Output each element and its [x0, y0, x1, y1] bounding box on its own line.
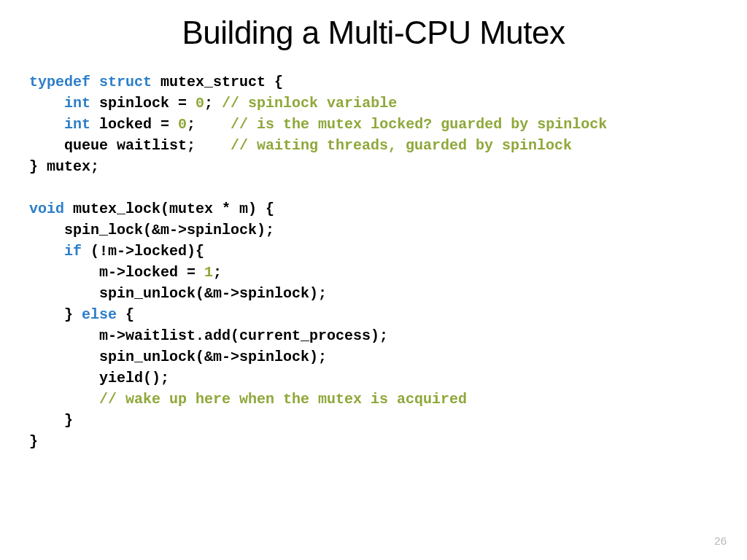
slide-container: Building a Multi-CPU Mutex typedef struc… [0, 0, 747, 560]
keyword: if [64, 243, 82, 260]
keyword: struct [99, 74, 152, 90]
number: 0 [178, 116, 187, 133]
keyword: typedef [29, 74, 90, 90]
code-text: yield(); [29, 370, 169, 386]
keyword: int [64, 116, 90, 133]
code-text: ; [213, 264, 222, 281]
comment: // waiting threads, guarded by spinlock [231, 137, 572, 154]
code-text: } [29, 433, 38, 450]
code-text: } [29, 306, 82, 323]
comment: // wake up here when the mutex is acquir… [99, 391, 467, 408]
code-text: m->waitlist.add(current_process); [29, 327, 388, 344]
comment: // is the mutex locked? guarded by spinl… [231, 116, 607, 133]
code-block: typedef struct mutex_struct { int spinlo… [29, 71, 718, 452]
code-text: ; [187, 116, 231, 133]
slide-title: Building a Multi-CPU Mutex [29, 15, 718, 51]
code-text: queue waitlist; [29, 137, 231, 154]
code-text: spin_lock(&m->spinlock); [29, 222, 274, 238]
keyword: void [29, 201, 64, 217]
code-text: locked = [90, 116, 178, 133]
code-text [29, 391, 99, 408]
code-text: } mutex; [29, 158, 99, 175]
comment: // spinlock variable [222, 95, 397, 112]
code-text: spin_unlock(&m->spinlock); [29, 285, 327, 302]
code-text: (!m->locked){ [82, 243, 204, 260]
code-text: m->locked = [29, 264, 204, 281]
page-number: 26 [714, 534, 727, 547]
code-text [29, 243, 64, 260]
code-text: ; [204, 95, 222, 112]
number: 0 [196, 95, 204, 112]
number: 1 [204, 264, 213, 281]
code-text: { [117, 306, 134, 323]
code-text [29, 95, 64, 112]
keyword: else [82, 306, 117, 323]
code-text [29, 116, 64, 133]
code-text: } [29, 412, 73, 429]
code-text: mutex_struct { [152, 74, 283, 90]
code-text: mutex_lock(mutex * m) { [64, 201, 274, 217]
code-text: spin_unlock(&m->spinlock); [29, 349, 327, 365]
code-text: spinlock = [90, 95, 196, 112]
keyword: int [64, 95, 90, 112]
